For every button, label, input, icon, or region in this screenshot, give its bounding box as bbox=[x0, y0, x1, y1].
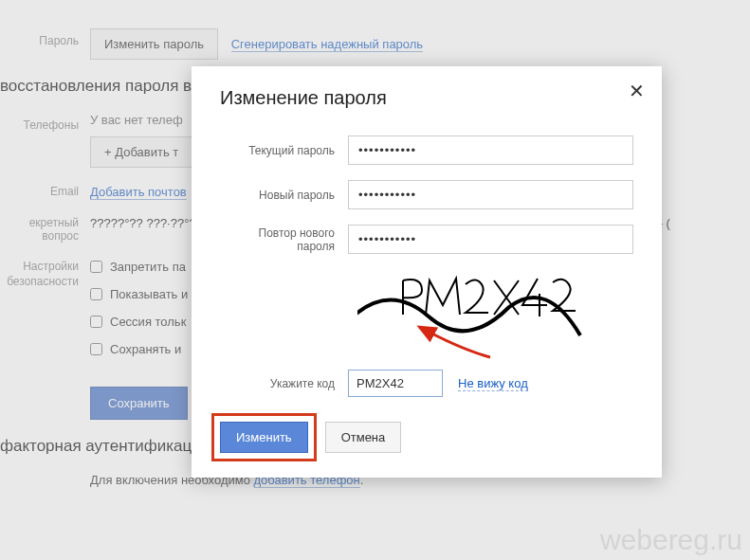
captcha-image bbox=[357, 269, 633, 354]
repeat-password-label: Повтор нового пароля bbox=[220, 226, 348, 253]
checkbox-label: Сохранять и bbox=[110, 342, 181, 356]
password-label: Пароль bbox=[0, 28, 90, 47]
checkbox-label: Запретить па bbox=[110, 260, 186, 274]
add-email-link[interactable]: Добавить почтов bbox=[90, 185, 187, 200]
change-password-modal: ✕ Изменение пароля Текущий пароль Новый … bbox=[192, 66, 662, 478]
new-password-input[interactable] bbox=[348, 180, 633, 209]
new-password-label: Новый пароль bbox=[220, 189, 348, 202]
current-password-input[interactable] bbox=[348, 135, 633, 165]
cancel-button[interactable]: Отмена bbox=[325, 422, 402, 453]
email-label: Email bbox=[0, 185, 90, 198]
checkbox-label: Показывать и bbox=[110, 287, 188, 301]
watermark: webereg.ru bbox=[600, 524, 742, 556]
checkbox-label: Сессия тольк bbox=[110, 315, 186, 329]
cant-see-code-link[interactable]: Не вижу код bbox=[458, 376, 528, 391]
generate-password-link[interactable]: Сгенерировать надежный пароль bbox=[231, 37, 423, 52]
checkbox-forbid-pa[interactable] bbox=[90, 261, 102, 273]
captcha-code-input[interactable] bbox=[348, 370, 443, 397]
security-settings-label: Настройки безопасности bbox=[0, 260, 90, 289]
secret-question-label: екретный вопрос bbox=[0, 216, 90, 243]
change-password-button[interactable]: Изменить пароль bbox=[90, 28, 218, 60]
add-phone-button[interactable]: + Добавить т bbox=[90, 136, 192, 168]
save-button[interactable]: Сохранить bbox=[90, 387, 188, 420]
code-label: Укажите код bbox=[220, 377, 348, 390]
close-icon[interactable]: ✕ bbox=[629, 80, 645, 102]
checkbox-session-only[interactable] bbox=[90, 316, 102, 328]
phones-label: Телефоны bbox=[0, 113, 90, 132]
checkbox-show-i[interactable] bbox=[90, 288, 102, 300]
repeat-password-input[interactable] bbox=[348, 225, 633, 254]
current-password-label: Текущий пароль bbox=[220, 144, 348, 157]
submit-button[interactable]: Изменить bbox=[220, 422, 308, 453]
arrow-icon bbox=[410, 321, 495, 359]
checkbox-save-and[interactable] bbox=[90, 343, 102, 355]
modal-title: Изменение пароля bbox=[220, 87, 633, 109]
